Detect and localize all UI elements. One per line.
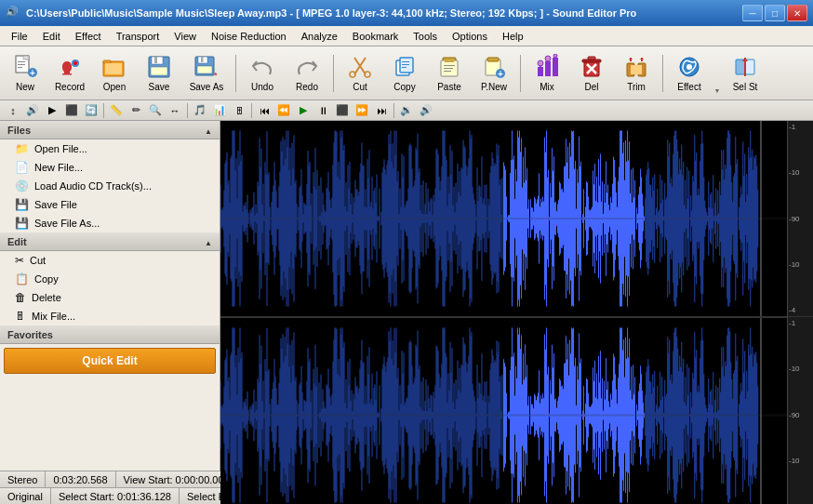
tb2-back-start[interactable]: ⏮ xyxy=(255,102,273,119)
tb2-btn-3[interactable]: ▶ xyxy=(43,102,61,119)
tb2-back[interactable]: ⏪ xyxy=(274,102,293,119)
paste-button[interactable]: Paste xyxy=(428,49,471,98)
tracks-area: -1 -10 -90 -10 -4 -1 -10 -90 -10 -4 xyxy=(220,121,813,504)
save-file-item[interactable]: 💾 Save File xyxy=(0,195,220,214)
menu-edit[interactable]: Edit xyxy=(35,29,68,44)
save-file-as-label: Save File As... xyxy=(34,218,100,229)
trim-button[interactable]: Trim xyxy=(615,49,658,98)
menu-bookmark[interactable]: Bookmark xyxy=(345,29,406,44)
paste-new-button[interactable]: + P.New xyxy=(473,49,515,98)
tb2-btn-8[interactable]: 🔍 xyxy=(146,102,165,119)
record-icon xyxy=(57,54,83,80)
load-cd-item[interactable]: 💿 Load Audio CD Track(s)... xyxy=(0,177,220,195)
files-section-header[interactable]: Files xyxy=(0,121,220,139)
effect-dropdown[interactable]: ▼ xyxy=(713,49,722,98)
tb2-play[interactable]: ▶ xyxy=(294,102,313,119)
tb2-btn-10[interactable]: 🎵 xyxy=(191,102,209,119)
tb2-btn-1[interactable]: ↕ xyxy=(4,102,22,119)
cut-panel-icon: ✂ xyxy=(15,254,24,267)
tb2-fwd[interactable]: ⏩ xyxy=(353,102,371,119)
paste-icon xyxy=(436,54,462,80)
new-file-icon: 📄 xyxy=(15,161,29,174)
open-button[interactable]: Open xyxy=(93,49,136,98)
svg-point-51 xyxy=(545,56,551,61)
save-icon xyxy=(146,54,172,80)
toolbar-separator-2 xyxy=(333,55,334,92)
svg-rect-19 xyxy=(154,57,157,63)
tb2-btn-2[interactable]: 🔊 xyxy=(23,102,42,119)
redo-button[interactable]: Redo xyxy=(286,49,328,98)
tb2-btn-9[interactable]: ↔ xyxy=(166,102,184,119)
effect-button[interactable]: Effect xyxy=(668,49,711,98)
svg-point-49 xyxy=(538,60,543,66)
cut-button[interactable]: Cut xyxy=(339,49,381,98)
copy-item[interactable]: 📋 Copy xyxy=(0,270,220,288)
sel-start-label: Sel St xyxy=(733,82,758,92)
favorites-section-header[interactable]: Favorites xyxy=(0,325,220,344)
edit-section-header[interactable]: Edit xyxy=(0,232,220,251)
waveform-canvas-2 xyxy=(220,318,787,505)
maximize-button[interactable]: □ xyxy=(765,5,785,21)
save-file-as-item[interactable]: 💾 Save File As... xyxy=(0,214,220,232)
menu-effect[interactable]: Effect xyxy=(68,29,109,44)
menu-view[interactable]: View xyxy=(167,29,204,44)
toolbar-separator-3 xyxy=(520,55,521,92)
paste-label: Paste xyxy=(437,82,461,92)
menu-noise-reduction[interactable]: Noise Reduction xyxy=(204,29,294,44)
stereo-text: Stereo xyxy=(7,474,37,485)
quick-edit-button[interactable]: Quick Edit xyxy=(4,348,216,374)
tb2-vol-down[interactable]: 🔉 xyxy=(397,102,416,119)
tb2-fwd-end[interactable]: ⏭ xyxy=(372,102,391,119)
tb2-btn-6[interactable]: 📏 xyxy=(107,102,126,119)
original-cell: Original xyxy=(0,488,51,504)
db-scale-top: -1 -10 -90 -10 -4 xyxy=(788,121,813,317)
svg-rect-10 xyxy=(64,71,70,73)
delete-button[interactable]: Del xyxy=(570,49,613,98)
minimize-button[interactable]: ─ xyxy=(742,5,763,21)
delete-item[interactable]: 🗑 Delete xyxy=(0,288,220,307)
tb2-btn-11[interactable]: 📊 xyxy=(210,102,229,119)
menu-options[interactable]: Options xyxy=(445,29,495,44)
tb2-btn-12[interactable]: 🎚 xyxy=(230,102,248,119)
effect-icon xyxy=(676,54,702,80)
svg-rect-39 xyxy=(444,68,453,69)
menu-analyze[interactable]: Analyze xyxy=(294,29,345,44)
close-button[interactable]: ✕ xyxy=(787,5,807,21)
menu-transport[interactable]: Transport xyxy=(109,29,167,44)
select-start-text: Select Start: 0:01:36.128 xyxy=(59,491,171,502)
record-label: Record xyxy=(55,82,85,92)
tb2-vol-up[interactable]: 🔊 xyxy=(417,102,435,119)
mix-button[interactable]: Mix xyxy=(526,49,568,98)
tb2-btn-5[interactable]: 🔄 xyxy=(82,102,100,119)
open-file-item[interactable]: 📁 Open File... xyxy=(0,139,220,158)
new-file-item[interactable]: 📄 New File... xyxy=(0,158,220,177)
menu-tools[interactable]: Tools xyxy=(406,29,445,44)
open-file-icon: 📁 xyxy=(15,142,29,155)
toolbar-separator-1 xyxy=(235,55,236,92)
cut-item[interactable]: ✂ Cut xyxy=(0,251,220,270)
record-button[interactable]: Record xyxy=(48,49,91,98)
delete-icon xyxy=(579,54,605,80)
save-as-button[interactable]: * Save As xyxy=(182,49,231,98)
svg-rect-47 xyxy=(553,58,558,76)
mix-file-item[interactable]: 🎚 Mix File... xyxy=(0,307,220,325)
save-button[interactable]: Save xyxy=(138,49,180,98)
open-label: Open xyxy=(103,82,126,92)
svg-rect-58 xyxy=(588,57,595,60)
tb2-stop[interactable]: ⬛ xyxy=(333,102,352,119)
menu-file[interactable]: File xyxy=(4,29,35,44)
redo-icon xyxy=(294,54,320,80)
new-button[interactable]: + New xyxy=(4,49,47,98)
svg-marker-64 xyxy=(629,58,633,60)
sel-start-button[interactable]: Sel St xyxy=(724,49,766,98)
tb2-btn-7[interactable]: ✏ xyxy=(127,102,145,119)
copy-button[interactable]: Copy xyxy=(383,49,426,98)
tb2-btn-4[interactable]: ⬛ xyxy=(62,102,81,119)
tb2-pause[interactable]: ⏸ xyxy=(313,102,332,119)
menu-help[interactable]: Help xyxy=(495,29,531,44)
load-cd-icon: 💿 xyxy=(15,179,29,192)
trim-icon xyxy=(623,54,649,80)
undo-button[interactable]: Undo xyxy=(241,49,284,98)
title-bar: 🔊 C:\Users\Public\Music\Sample Music\Sle… xyxy=(0,0,813,26)
db-scale: -1 -10 -90 -10 -4 -1 -10 -90 -10 -4 xyxy=(787,121,813,504)
